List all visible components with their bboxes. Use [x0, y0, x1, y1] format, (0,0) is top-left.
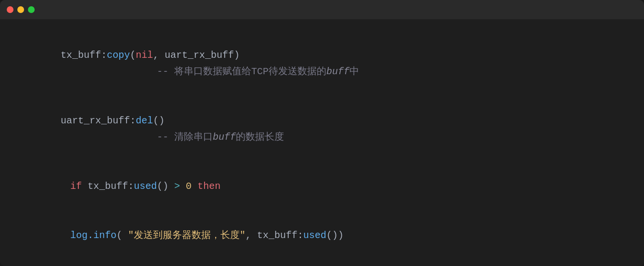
code-token: "发送到服务器数据，长度" [128, 230, 245, 241]
code-window: tx_buff:copy(nil, uart_rx_buff) -- 将串口数据… [0, 0, 644, 266]
code-line-4: log.info( "发送到服务器数据，长度", tx_buff:used()) [14, 211, 630, 260]
code-line-1: tx_buff:copy(nil, uart_rx_buff) -- 将串口数据… [14, 31, 630, 96]
code-token: nil [136, 50, 153, 61]
code-token [180, 181, 186, 192]
maximize-button[interactable] [28, 6, 35, 13]
code-token: log.info [70, 230, 116, 241]
code-token [192, 181, 197, 192]
code-token: copy [107, 50, 130, 61]
code-token: 0 [186, 181, 192, 192]
code-token: used [303, 230, 326, 241]
code-line-3: if tx_buff:used() > 0 then [14, 162, 630, 211]
code-token: used [134, 181, 157, 192]
code-token: if [70, 181, 88, 192]
code-content-3: if tx_buff:used() > 0 then [24, 162, 630, 211]
code-area: tx_buff:copy(nil, uart_rx_buff) -- 将串口数据… [0, 19, 644, 266]
code-token: , tx_buff: [245, 230, 303, 241]
code-token: tx_buff: [88, 181, 134, 192]
code-token: ( [130, 50, 136, 61]
code-token: del [136, 115, 153, 126]
code-content-5: local result = libnet.tx(taskName, 0, ne… [14, 260, 630, 266]
titlebar [0, 0, 644, 19]
code-token: > [174, 181, 180, 192]
code-token: () [157, 181, 174, 192]
code-token: then [197, 181, 220, 192]
code-token: tx_buff [61, 50, 101, 61]
code-content-1: tx_buff:copy(nil, uart_rx_buff) -- 将串口数据… [14, 31, 630, 96]
minimize-button[interactable] [17, 6, 24, 13]
code-token: , uart_rx_buff) [153, 50, 240, 61]
code-comment-2: -- 清除串口buff的数据长度 [157, 132, 284, 143]
code-token: : [101, 50, 107, 61]
code-token: : [130, 115, 136, 126]
code-line-2: uart_rx_buff:del() -- 清除串口buff的数据长度 [14, 96, 630, 162]
code-token: uart_rx_buff [61, 115, 130, 126]
code-content-4: log.info( "发送到服务器数据，长度", tx_buff:used()) [24, 211, 630, 260]
code-token: () [153, 115, 165, 126]
close-button[interactable] [7, 6, 13, 13]
code-token: ()) [326, 230, 344, 241]
code-line-5: local result = libnet.tx(taskName, 0, ne… [14, 260, 630, 266]
code-token: ( [116, 230, 128, 241]
code-content-2: uart_rx_buff:del() -- 清除串口buff的数据长度 [14, 96, 630, 162]
code-comment-1: -- 将串口数据赋值给TCP待发送数据的buff中 [157, 66, 359, 77]
